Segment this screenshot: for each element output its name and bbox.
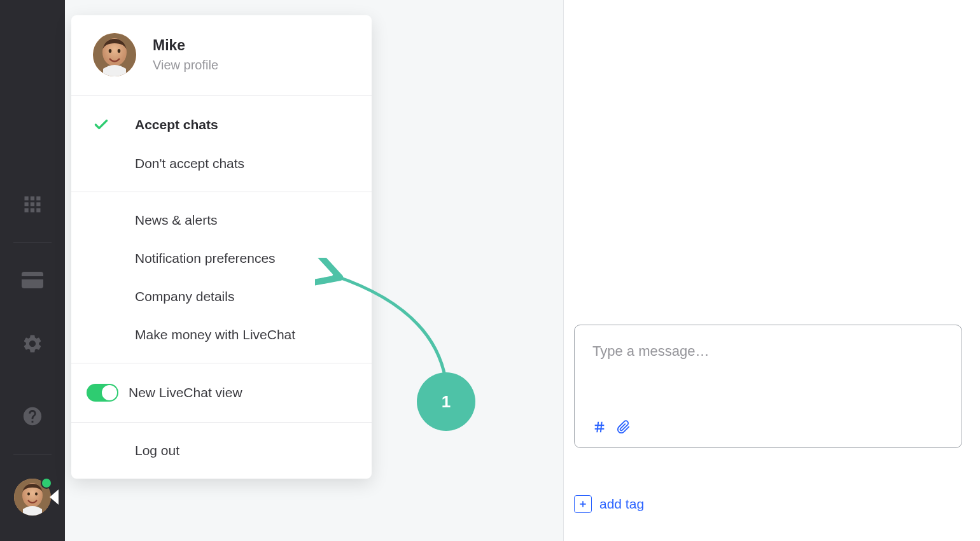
svg-rect-8 xyxy=(36,208,40,212)
toggle-switch[interactable] xyxy=(87,384,118,402)
dont-accept-chats-label: Don't accept chats xyxy=(135,156,244,171)
svg-rect-4 xyxy=(31,202,34,206)
svg-rect-9 xyxy=(22,272,43,288)
news-alerts-item[interactable]: News & alerts xyxy=(71,201,372,239)
svg-point-18 xyxy=(118,49,121,53)
help-icon[interactable] xyxy=(19,403,46,430)
svg-point-13 xyxy=(27,493,30,496)
add-tag-label[interactable]: add tag xyxy=(599,496,644,512)
apps-icon[interactable] xyxy=(19,191,46,218)
new-livechat-view-item[interactable]: New LiveChat view xyxy=(71,372,372,413)
message-input[interactable]: Type a message… xyxy=(592,343,944,419)
sidebar xyxy=(0,0,65,541)
notification-preferences-label: Notification preferences xyxy=(135,251,276,266)
make-money-label: Make money with LiveChat xyxy=(135,327,295,342)
svg-rect-3 xyxy=(25,202,29,206)
check-icon xyxy=(93,116,116,133)
chat-panel xyxy=(563,0,980,541)
svg-rect-10 xyxy=(22,276,43,279)
dont-accept-chats-item[interactable]: Don't accept chats xyxy=(71,144,372,183)
make-money-item[interactable]: Make money with LiveChat xyxy=(71,316,372,354)
add-tag-button[interactable] xyxy=(574,495,592,513)
sidebar-divider xyxy=(13,242,52,242)
popup-pointer xyxy=(50,489,59,505)
hashtag-icon[interactable] xyxy=(592,420,606,434)
svg-rect-2 xyxy=(36,197,40,200)
company-details-item[interactable]: Company details xyxy=(71,278,372,316)
svg-rect-6 xyxy=(25,208,29,212)
log-out-label: Log out xyxy=(135,443,179,458)
svg-line-21 xyxy=(597,422,598,433)
popup-header: Mike View profile xyxy=(71,15,372,96)
new-livechat-view-label: New LiveChat view xyxy=(129,385,242,400)
profile-popup: Mike View profile Accept chats Don't acc… xyxy=(71,15,372,479)
attachment-icon[interactable] xyxy=(617,419,631,435)
sidebar-avatar[interactable] xyxy=(14,479,51,516)
add-tag-row: add tag xyxy=(574,495,644,513)
status-indicator xyxy=(41,477,52,489)
avatar xyxy=(93,33,136,76)
accept-chats-item[interactable]: Accept chats xyxy=(71,105,372,144)
annotation-step-badge: 1 xyxy=(417,372,475,431)
svg-rect-5 xyxy=(36,202,40,206)
username: Mike xyxy=(153,37,218,54)
svg-line-22 xyxy=(601,422,602,433)
message-composer[interactable]: Type a message… xyxy=(574,325,962,448)
notification-preferences-item[interactable]: Notification preferences xyxy=(71,239,372,278)
view-profile-link[interactable]: View profile xyxy=(153,58,218,73)
svg-rect-7 xyxy=(31,208,34,212)
annotation-step-number: 1 xyxy=(442,392,451,412)
svg-rect-1 xyxy=(31,197,34,200)
gear-icon[interactable] xyxy=(19,330,46,357)
svg-point-17 xyxy=(109,49,112,53)
company-details-label: Company details xyxy=(135,289,234,304)
svg-rect-0 xyxy=(25,197,29,200)
sidebar-divider xyxy=(13,454,52,454)
billing-icon[interactable] xyxy=(19,267,46,293)
svg-point-14 xyxy=(35,493,38,496)
accept-chats-label: Accept chats xyxy=(135,117,218,132)
log-out-item[interactable]: Log out xyxy=(71,432,372,470)
news-alerts-label: News & alerts xyxy=(135,213,218,228)
